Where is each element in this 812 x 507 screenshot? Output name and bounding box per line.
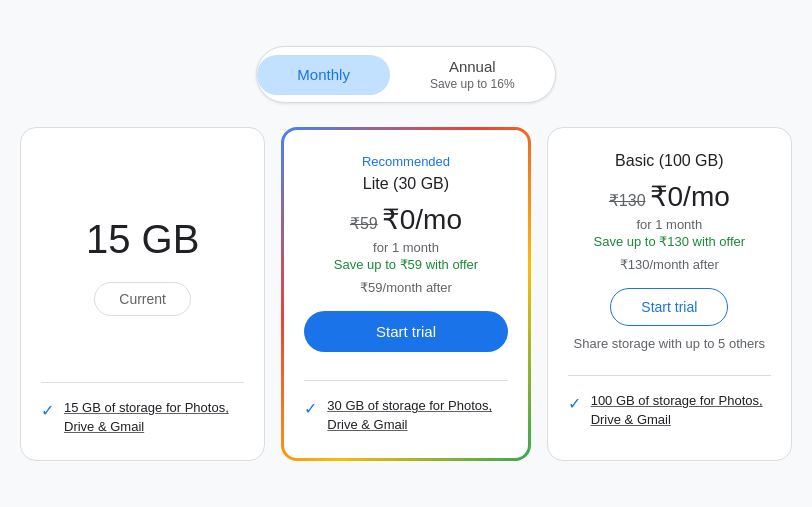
pricing-cards: 15 GB Current ✓ 15 GB of storage for Pho… (20, 127, 792, 460)
lite-current-price: ₹0/mo (382, 203, 462, 236)
free-plan-card: 15 GB Current ✓ 15 GB of storage for Pho… (20, 127, 265, 460)
free-feature-row: ✓ 15 GB of storage for Photos, Drive & G… (41, 399, 244, 435)
check-icon: ✓ (304, 399, 317, 418)
lite-start-trial-button[interactable]: Start trial (304, 311, 507, 352)
lite-save-offer: Save up to ₹59 with offer (334, 257, 478, 272)
annual-save-text: Save up to 16% (430, 77, 515, 93)
recommended-label: Recommended (362, 154, 450, 169)
lite-price-row: ₹59 ₹0/mo (350, 203, 462, 236)
basic-for-months: for 1 month (636, 217, 702, 232)
lite-after-price: ₹59/month after (360, 280, 452, 295)
lite-plan-card: Recommended Lite (30 GB) ₹59 ₹0/mo for 1… (281, 127, 530, 460)
basic-price-row: ₹130 ₹0/mo (609, 180, 730, 213)
monthly-toggle-btn[interactable]: Monthly (257, 55, 390, 95)
lite-for-months: for 1 month (373, 240, 439, 255)
billing-toggle: Monthly Annual Save up to 16% (256, 46, 555, 103)
check-icon: ✓ (568, 394, 581, 413)
annual-toggle-btn[interactable]: Annual Save up to 16% (390, 47, 555, 102)
basic-feature-row: ✓ 100 GB of storage for Photos, Drive & … (568, 392, 771, 428)
lite-divider (304, 380, 507, 381)
basic-plan-name: Basic (100 GB) (615, 152, 723, 170)
basic-start-trial-button[interactable]: Start trial (610, 288, 728, 326)
basic-share-storage: Share storage with up to 5 others (574, 336, 766, 351)
current-plan-button: Current (94, 282, 191, 316)
basic-original-price: ₹130 (609, 191, 646, 210)
basic-after-price: ₹130/month after (620, 257, 719, 272)
lite-plan-name: Lite (30 GB) (363, 175, 449, 193)
basic-current-price: ₹0/mo (650, 180, 730, 213)
free-divider (41, 382, 244, 383)
free-storage-size: 15 GB (86, 217, 199, 262)
basic-feature-text: 100 GB of storage for Photos, Drive & Gm… (591, 392, 771, 428)
basic-save-offer: Save up to ₹130 with offer (594, 234, 746, 249)
free-feature-text: 15 GB of storage for Photos, Drive & Gma… (64, 399, 244, 435)
lite-feature-row: ✓ 30 GB of storage for Photos, Drive & G… (304, 397, 507, 433)
lite-feature-text: 30 GB of storage for Photos, Drive & Gma… (327, 397, 507, 433)
check-icon: ✓ (41, 401, 54, 420)
basic-divider (568, 375, 771, 376)
lite-original-price: ₹59 (350, 214, 378, 233)
annual-label: Annual (449, 58, 496, 75)
basic-plan-card: Basic (100 GB) ₹130 ₹0/mo for 1 month Sa… (547, 127, 792, 460)
